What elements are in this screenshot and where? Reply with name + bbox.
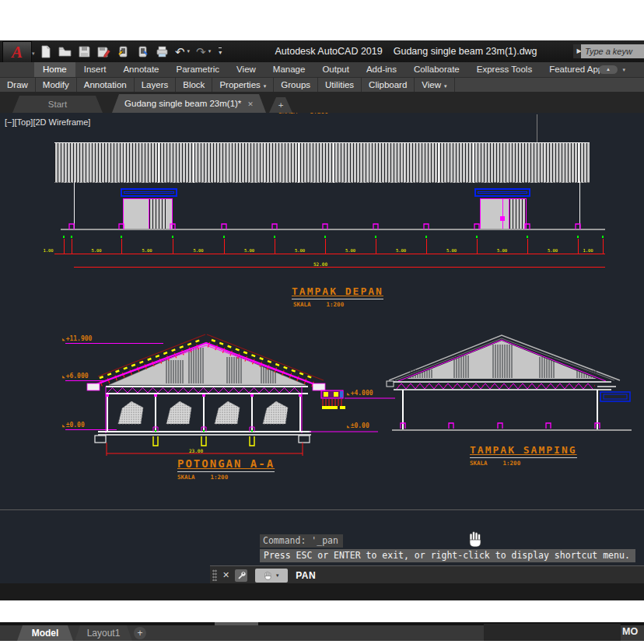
eave-block-right: [313, 383, 325, 390]
footing-right: [299, 436, 310, 443]
truss-web-zigzag: [107, 388, 299, 394]
canopy-yellow-1: [324, 392, 328, 397]
ribbon-panel-layers[interactable]: Layers: [135, 78, 177, 93]
wrench-icon: [237, 571, 246, 579]
undo-icon[interactable]: ↶: [175, 45, 185, 58]
ribbon-tab-collaborate[interactable]: Collaborate: [405, 62, 468, 77]
title-bar: A ▾ ↶▾ ↷▾ ▾ Autodesk AutoCAD 2019Gudang …: [0, 40, 644, 62]
ribbon-tab-express-tools[interactable]: Express Tools: [468, 62, 541, 77]
side-truss-zigzag: [397, 383, 593, 389]
file-tab-active[interactable]: Gudang single beam 23m(1)*✕: [112, 94, 266, 113]
ribbon-tab-parametric[interactable]: Parametric: [168, 62, 229, 77]
side-sign-outer: [600, 392, 630, 401]
ribbon-collapse-icon[interactable]: ▲: [599, 65, 618, 74]
ribbon-tab-add-ins[interactable]: Add-ins: [358, 62, 405, 77]
section-title: POTONGAN A-A: [177, 457, 275, 472]
ribbon-tab-output[interactable]: Output: [313, 62, 358, 77]
autocad-logo-icon[interactable]: A: [2, 41, 32, 64]
command-prompt-line: Press ESC or ENTER to exit, or right-cli…: [260, 549, 635, 562]
active-command-label: PAN: [296, 570, 316, 581]
file-tab-start[interactable]: Start: [12, 96, 103, 113]
new-layout-icon[interactable]: +: [134, 627, 146, 639]
side-gable: [407, 341, 597, 379]
ribbon-panel-modify[interactable]: Modify: [36, 78, 77, 93]
ribbon-tab-insert[interactable]: Insert: [75, 62, 115, 77]
panel-flyout-icon[interactable]: ▾: [444, 83, 447, 89]
pan-hand-icon: [264, 571, 273, 580]
ribbon-panel-row: DrawModifyAnnotationLayersBlockPropertie…: [0, 77, 644, 93]
open-web-mobile-icon[interactable]: [117, 45, 130, 58]
logo-dropdown-icon[interactable]: ▾: [32, 51, 35, 57]
pan-hand-cursor-icon: [467, 530, 485, 548]
new-file-icon[interactable]: [39, 45, 52, 58]
command-bar-grip[interactable]: [212, 569, 217, 581]
command-bar[interactable]: ✕ ▼ PAN: [210, 565, 644, 583]
canopy-red-hatch: [323, 399, 341, 406]
search-input[interactable]: Type a keyw: [581, 44, 644, 58]
side-scale-note: SKALA1:200: [470, 460, 536, 467]
footing-left: [95, 436, 106, 443]
window-title: Autodesk AutoCAD 2019Gudang single beam …: [233, 40, 579, 62]
panel-flyout-icon[interactable]: ▾: [264, 83, 267, 89]
open-folder-icon[interactable]: [58, 45, 72, 58]
ribbon-tab-annotate[interactable]: Annotate: [114, 62, 167, 77]
undo-dropdown-icon[interactable]: ▾: [187, 48, 191, 54]
side-sign-inner: [604, 394, 627, 399]
save-as-icon[interactable]: [97, 45, 110, 58]
ribbon-tab-manage[interactable]: Manage: [264, 62, 314, 77]
tab-layout1[interactable]: Layout1: [75, 625, 132, 641]
file-tab-close-icon[interactable]: ✕: [247, 100, 254, 108]
ribbon-panel-view[interactable]: View▾: [415, 78, 454, 93]
ribbon-panel-draw[interactable]: Draw: [0, 78, 36, 93]
redo-dropdown-icon[interactable]: ▾: [208, 48, 212, 54]
ribbon-panel-utilities[interactable]: Utilities: [318, 78, 362, 93]
ribbon-panel-properties[interactable]: Properties▾: [212, 78, 274, 93]
qat-customize-icon[interactable]: ▾: [219, 47, 222, 56]
plot-icon[interactable]: [156, 45, 169, 58]
drawing-linework: [0, 113, 644, 583]
ribbon-tab-home[interactable]: Home: [34, 62, 75, 77]
ribbon-tab-view[interactable]: View: [228, 62, 264, 77]
ribbon-panel-annotation[interactable]: Annotation: [77, 78, 135, 93]
ribbon-panel-clipboard[interactable]: Clipboard: [362, 78, 415, 93]
canopy-blue-bit: [340, 391, 343, 397]
command-close-icon[interactable]: ✕: [222, 570, 229, 580]
ribbon-tab-bar: HomeInsertAnnotateParametricViewManageOu…: [0, 62, 644, 77]
canopy-yellow-strip: [322, 406, 338, 409]
canopy-yellow-strip-2: [340, 406, 345, 409]
active-command-icon-badge[interactable]: ▼: [255, 569, 288, 583]
side-view-title: TAMPAK SAMPING: [470, 444, 577, 458]
section-scale-note: SKALA1:200: [177, 474, 243, 481]
file-tab-bar: Start Gudang single beam 23m(1)*✕ +: [0, 92, 644, 113]
command-history-line: Command: '_pan: [260, 534, 343, 548]
save-web-mobile-icon[interactable]: [136, 45, 149, 58]
ribbon-panel-groups[interactable]: Groups: [274, 78, 318, 93]
quick-access-toolbar: ↶▾ ↷▾ ▾: [39, 43, 222, 60]
drawing-canvas[interactable]: SKALA1:200 [−][Top][2D Wireframe] 1.00 1…: [0, 113, 644, 583]
command-customize-button[interactable]: [235, 569, 247, 582]
statusbar-spacer: [484, 624, 621, 641]
save-icon[interactable]: [78, 45, 91, 58]
screenshot-page: A ▾ ↶▾ ↷▾ ▾ Autodesk AutoCAD 2019Gudang …: [0, 0, 644, 644]
ribbon-collapse-dropdown-icon[interactable]: ▾: [622, 67, 625, 73]
statusbar-model-clipped[interactable]: MO: [622, 626, 638, 637]
canvas-divider: [0, 509, 644, 510]
file-tab-new-icon[interactable]: +: [269, 97, 292, 113]
detail-box: [387, 381, 394, 387]
ribbon-panel-block[interactable]: Block: [176, 78, 212, 93]
section-span-dim: 23.00: [189, 448, 203, 453]
command-dropdown-icon[interactable]: ▼: [275, 573, 280, 578]
canopy-yellow-2: [334, 392, 338, 397]
autocad-window: A ▾ ↶▾ ↷▾ ▾ Autodesk AutoCAD 2019Gudang …: [0, 40, 644, 600]
eave-block-left: [87, 383, 100, 390]
redo-icon[interactable]: ↷: [196, 45, 206, 58]
tab-model[interactable]: Model: [17, 625, 73, 641]
